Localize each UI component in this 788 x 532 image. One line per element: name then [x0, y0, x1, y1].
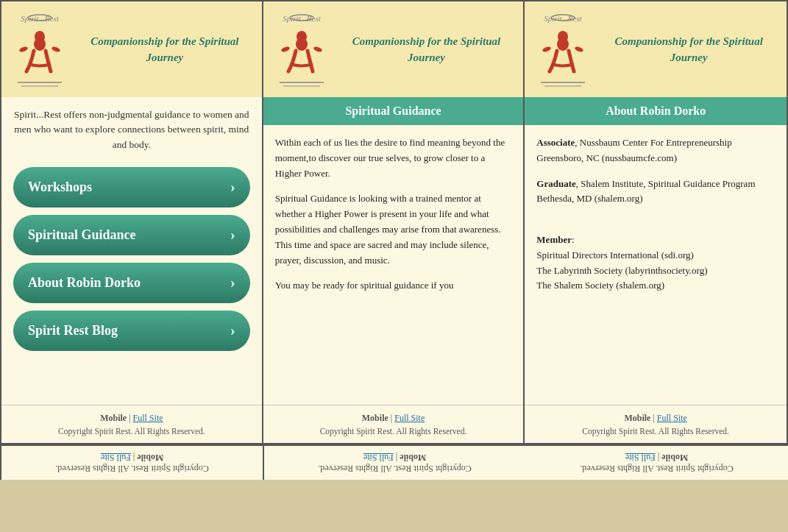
sg-paragraph-1: Within each of us lies the desire to fin…	[275, 135, 512, 181]
flipped-copyright-1: Copyright Spirit Rest. All Rights Reserv…	[10, 463, 254, 474]
flipped-panel-2: Copyright Spirit Rest. All Rights Reserv…	[263, 446, 525, 480]
flipped-mobile-1: Mobile	[137, 453, 163, 463]
spiritual-guidance-arrow: ›	[230, 227, 235, 244]
footer-copyright-ar: Copyright Spirit Rest. All Rights Reserv…	[533, 427, 778, 436]
mobile-link[interactable]: Mobile	[100, 413, 127, 423]
svg-text:Spirit...Rest: Spirit...Rest	[21, 14, 60, 23]
svg-point-3	[35, 31, 45, 43]
logo: Spirit...Rest	[10, 9, 69, 90]
about-robin-dorko-button[interactable]: About Robin Dorko ›	[13, 263, 250, 303]
ar-member-label: Member	[536, 234, 572, 245]
footer-copyright: Copyright Spirit Rest. All Rights Reserv…	[10, 427, 253, 436]
spirit-rest-blog-arrow: ›	[230, 322, 235, 339]
workshops-button[interactable]: Workshops ›	[13, 167, 250, 208]
flipped-full-site-1[interactable]: Full Site	[101, 453, 131, 463]
about-robin-dorko-label: About Robin Dorko	[28, 275, 141, 291]
panel-about-robin: Spirit...Rest Companionship for the Spir…	[525, 1, 787, 443]
ar-member: Member: Spiritual Directors Internationa…	[536, 217, 775, 294]
site-tagline: Companionship for the Spiritual Journey	[77, 33, 253, 66]
flipped-panel-3: Copyright Spirit Rest. All Rights Reserv…	[525, 446, 788, 480]
site-tagline-ar: Companionship for the Spiritual Journey	[600, 33, 778, 66]
workshops-arrow: ›	[230, 179, 235, 196]
sg-paragraph-3: You may be ready for spiritual guidance …	[275, 278, 512, 294]
svg-text:Spirit...Rest: Spirit...Rest	[283, 14, 322, 23]
logo-sg: Spirit...Rest	[272, 9, 331, 90]
ar-associate-label: Associate	[536, 137, 575, 148]
panel-nav: Spirit...Rest Companionship for the Spir…	[1, 1, 263, 443]
panel-nav-footer: Mobile | Full Site Copyright Spirit Rest…	[1, 405, 262, 443]
flipped-full-site-3[interactable]: Full Site	[625, 453, 656, 463]
ar-graduate: Graduate, Shalem Institute, Spiritual Gu…	[536, 177, 775, 208]
svg-point-11	[297, 31, 307, 43]
flipped-copyright-2: Copyright Spirit Rest. All Rights Reserv…	[273, 463, 517, 474]
spirit-rest-blog-label: Spirit Rest Blog	[28, 323, 118, 338]
svg-text:Spirit...Rest: Spirit...Rest	[544, 14, 583, 23]
site-tagline-sg: Companionship for the Spiritual Journey	[338, 33, 515, 66]
ar-graduate-label: Graduate	[536, 178, 575, 189]
full-site-link-sg[interactable]: Full Site	[394, 413, 425, 423]
flipped-mobile-2: Mobile	[400, 453, 426, 463]
svg-point-21	[575, 46, 584, 53]
svg-point-12	[280, 46, 290, 53]
panels-container: Spirit...Rest Companionship for the Spir…	[0, 0, 788, 444]
sg-content: Within each of us lies the desire to fin…	[263, 125, 524, 405]
nav-buttons-container: Workshops › Spiritual Guidance › About R…	[1, 163, 262, 355]
flipped-footer-row: Copyright Spirit Rest. All Rights Reserv…	[0, 444, 788, 480]
flipped-mobile-3: Mobile	[661, 453, 688, 463]
mobile-link-sg[interactable]: Mobile	[362, 413, 388, 423]
panel-sg-header: Spirit...Rest Companionship for the Spir…	[263, 1, 524, 97]
sg-heading: Spiritual Guidance	[263, 97, 524, 125]
panel-intro-text: Spirit...Rest offers non-judgmental guid…	[1, 97, 262, 163]
svg-point-13	[313, 46, 322, 53]
panel-sg-footer: Mobile | Full Site Copyright Spirit Rest…	[263, 405, 524, 443]
ar-associate: Associate, Nussbaum Center For Entrepren…	[536, 135, 775, 166]
ar-heading: About Robin Dorko	[525, 97, 787, 125]
sg-paragraph-2: Spiritual Guidance is looking with a tra…	[275, 191, 512, 268]
spirit-rest-blog-button[interactable]: Spirit Rest Blog ›	[13, 311, 250, 351]
svg-point-19	[558, 31, 568, 43]
logo-ar: Spirit...Rest	[533, 9, 592, 90]
about-robin-dorko-arrow: ›	[230, 274, 235, 291]
panel-nav-header: Spirit...Rest Companionship for the Spir…	[1, 1, 262, 97]
workshops-label: Workshops	[28, 180, 92, 195]
svg-point-5	[51, 46, 60, 53]
full-site-link-ar[interactable]: Full Site	[657, 413, 687, 423]
flipped-panel-1: Copyright Spirit Rest. All Rights Reserv…	[0, 446, 263, 480]
panel-ar-header: Spirit...Rest Companionship for the Spir…	[525, 1, 787, 97]
flipped-links-2: Mobile | Full Site	[273, 452, 517, 463]
mobile-link-ar[interactable]: Mobile	[624, 413, 650, 423]
svg-point-4	[18, 46, 28, 53]
flipped-links-3: Mobile | Full Site	[534, 452, 779, 463]
svg-point-20	[542, 46, 552, 53]
panel-ar-footer: Mobile | Full Site Copyright Spirit Rest…	[525, 405, 787, 443]
footer-copyright-sg: Copyright Spirit Rest. All Rights Reserv…	[272, 427, 515, 436]
ar-content: Associate, Nussbaum Center For Entrepren…	[525, 125, 787, 405]
spiritual-guidance-label: Spiritual Guidance	[28, 227, 136, 243]
flipped-links-1: Mobile | Full Site	[10, 452, 254, 463]
flipped-full-site-2[interactable]: Full Site	[363, 453, 394, 463]
full-site-link[interactable]: Full Site	[133, 413, 163, 423]
flipped-copyright-3: Copyright Spirit Rest. All Rights Reserv…	[534, 463, 779, 474]
panel-spiritual-guidance: Spirit...Rest Companionship for the Spir…	[263, 1, 525, 443]
spiritual-guidance-button[interactable]: Spiritual Guidance ›	[13, 215, 250, 255]
